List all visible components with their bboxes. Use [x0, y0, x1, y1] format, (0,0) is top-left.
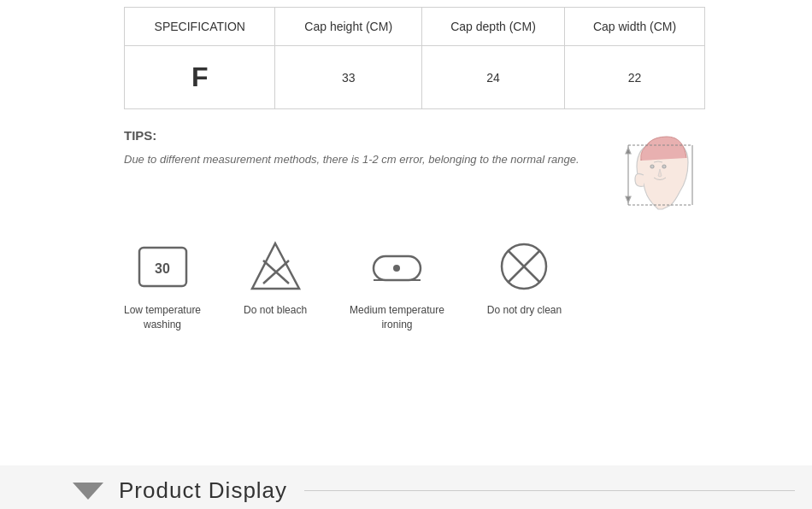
- tips-section: TIPS: Due to different measurement metho…: [124, 128, 705, 222]
- col-header-depth: Cap depth (CM): [421, 8, 564, 46]
- care-item-dryclean: Do not dry clean: [487, 239, 562, 318]
- page-container: SPECIFICATION Cap height (CM) Cap depth …: [0, 7, 812, 509]
- table-cell-width: 22: [565, 46, 705, 109]
- care-iron-label: Medium temperatureironing: [350, 303, 444, 332]
- spec-table: SPECIFICATION Cap height (CM) Cap depth …: [124, 7, 705, 109]
- tips-text: TIPS: Due to different measurement metho…: [124, 128, 594, 169]
- svg-marker-10: [252, 243, 299, 289]
- care-item-iron: Medium temperatureironing: [350, 239, 444, 332]
- col-header-width: Cap width (CM): [565, 8, 705, 46]
- col-header-height: Cap height (CM): [275, 8, 421, 46]
- care-wash-label: Low temperaturewashing: [124, 303, 201, 332]
- head-measurement-illustration: [611, 128, 705, 222]
- product-display-section: Product Display: [0, 465, 812, 509]
- chevron-down-icon: [73, 483, 103, 500]
- tips-content: Due to different measurement methods, th…: [124, 151, 594, 169]
- care-item-bleach: Do not bleach: [244, 239, 307, 318]
- product-display-divider: [304, 490, 795, 491]
- svg-marker-6: [626, 148, 631, 154]
- care-dryclean-label: Do not dry clean: [487, 303, 562, 318]
- care-section: 30 Low temperaturewashing Do not bleach: [124, 239, 812, 332]
- svg-marker-7: [626, 196, 631, 202]
- spec-table-wrapper: SPECIFICATION Cap height (CM) Cap depth …: [124, 7, 705, 109]
- table-cell-size: F: [125, 46, 275, 109]
- product-display-title: Product Display: [119, 477, 287, 504]
- table-cell-height: 33: [275, 46, 421, 109]
- svg-point-14: [393, 265, 400, 272]
- table-cell-depth: 24: [421, 46, 564, 109]
- care-item-wash: 30 Low temperaturewashing: [124, 239, 201, 332]
- tips-label: TIPS:: [124, 128, 594, 143]
- svg-point-1: [662, 165, 666, 168]
- col-header-spec: SPECIFICATION: [125, 8, 275, 46]
- care-bleach-label: Do not bleach: [244, 303, 307, 318]
- svg-point-0: [650, 165, 654, 168]
- svg-text:30: 30: [155, 261, 170, 276]
